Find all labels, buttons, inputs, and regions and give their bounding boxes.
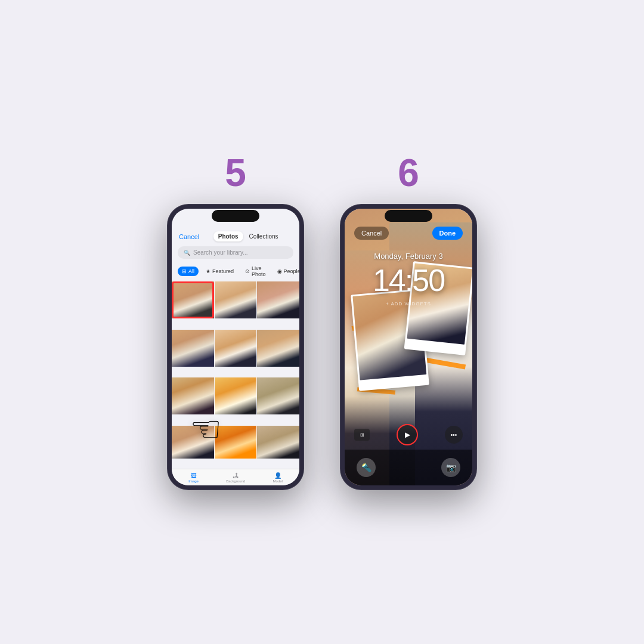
image-label: Image: [188, 479, 199, 483]
phone-5-notch: [212, 210, 259, 222]
filter-row: ⊞ All ★ Featured ⊙ Live Photo ◉: [172, 261, 299, 281]
ls-done-button[interactable]: Done: [432, 227, 463, 240]
lockscreen-bottom-bar: 🔦 📷: [345, 450, 472, 485]
lockscreen-header: Cancel Done: [345, 209, 472, 246]
background-icon: 🏞: [233, 472, 239, 479]
step-6-number: 6: [398, 154, 419, 192]
phone-5-screen: Cancel Photos Collections 🔍 Search your …: [172, 209, 299, 485]
lockscreen-date: Monday, February 3: [345, 252, 472, 261]
photo-cell-4[interactable]: [172, 330, 214, 367]
photo-cell-12[interactable]: [257, 426, 299, 459]
people-label: People: [284, 268, 299, 274]
main-container: 5 Cancel Photos Collections 🔍: [143, 130, 501, 514]
filter-all[interactable]: ⊞ All: [178, 267, 199, 276]
live-photo-button[interactable]: ▶: [397, 424, 418, 445]
lockscreen-toolbar: ⊞ ▶ •••: [345, 420, 472, 450]
filter-featured[interactable]: ★ Featured: [202, 267, 238, 276]
flashlight-button[interactable]: 🔦: [357, 458, 376, 477]
more-options-button[interactable]: •••: [445, 426, 463, 444]
picker-cancel-button[interactable]: Cancel: [179, 233, 199, 240]
image-icon: 🖼: [191, 472, 197, 479]
model-icon: 👤: [274, 472, 281, 479]
photo-cell-1[interactable]: [172, 281, 214, 318]
featured-icon: ★: [206, 268, 210, 274]
lockscreen: Cancel Done Monday, February 3 14:50 + A…: [345, 209, 472, 485]
ls-cancel-button[interactable]: Cancel: [354, 227, 389, 240]
background-label: Background: [226, 479, 245, 483]
people-icon: ◉: [277, 268, 282, 274]
photo-cell-2[interactable]: [215, 281, 257, 318]
photo-cell-5[interactable]: [215, 330, 257, 367]
lockscreen-time: 14:50: [345, 262, 472, 298]
phone-6: Cancel Done Monday, February 3 14:50 + A…: [340, 204, 477, 490]
gallery-icon[interactable]: ⊞: [354, 429, 370, 441]
step-5-number: 5: [225, 154, 246, 192]
hand-cursor: ☞: [190, 408, 222, 450]
live-photo-icon: ⊙: [245, 268, 250, 274]
search-bar[interactable]: 🔍 Search your library...: [178, 246, 293, 259]
step-5: 5 Cancel Photos Collections 🔍: [167, 154, 304, 490]
phone-6-screen: Cancel Done Monday, February 3 14:50 + A…: [345, 209, 472, 485]
tab-image[interactable]: 🖼 Image: [188, 472, 199, 483]
filter-live-photo[interactable]: ⊙ Live Photo: [241, 264, 270, 279]
picker-header: Cancel Photos Collections: [172, 228, 299, 244]
tab-bar: 🖼 Image 🏞 Background 👤 Model: [172, 469, 299, 485]
search-icon: 🔍: [184, 250, 190, 256]
photo-cell-6[interactable]: [257, 330, 299, 367]
all-icon: ⊞: [182, 268, 187, 274]
tab-photos[interactable]: Photos: [213, 231, 243, 242]
search-placeholder: Search your library...: [193, 249, 248, 256]
camera-button[interactable]: 📷: [441, 458, 460, 477]
all-label: All: [188, 268, 194, 274]
tab-background[interactable]: 🏞 Background: [226, 472, 245, 483]
phone-5: Cancel Photos Collections 🔍 Search your …: [167, 204, 304, 490]
tab-model[interactable]: 👤 Model: [273, 472, 283, 483]
picker-tabs: Photos Collections: [204, 231, 292, 242]
step-6: 6: [340, 154, 477, 490]
add-widgets-label[interactable]: + ADD WIDGETS: [345, 301, 472, 306]
filter-people[interactable]: ◉ People: [273, 267, 299, 276]
tab-collections[interactable]: Collections: [244, 231, 283, 242]
live-photo-label: Live Photo: [252, 265, 266, 277]
model-label: Model: [273, 479, 283, 483]
photo-cell-3[interactable]: [257, 281, 299, 318]
photo-cell-9[interactable]: [257, 377, 299, 414]
featured-label: Featured: [212, 268, 234, 274]
